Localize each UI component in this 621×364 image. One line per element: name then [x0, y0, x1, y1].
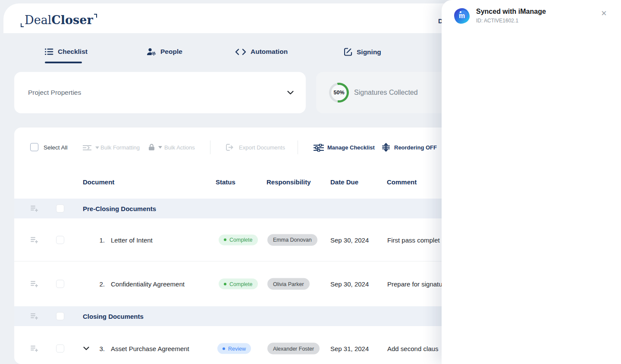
imanage-logo: m: [454, 8, 470, 24]
toolbar-divider: [298, 140, 298, 154]
imanage-sync-panel: m Synced with iManage ID: ACTIVE1602.1 E…: [442, 0, 621, 364]
logo-bracket-left-icon: [21, 23, 24, 27]
section-title: Pre-Closing Documents: [83, 205, 156, 212]
tab-signing-label: Signing: [357, 48, 381, 56]
add-row-icon[interactable]: [31, 236, 38, 243]
reordering-arrows-icon: [382, 143, 390, 152]
expand-chevron-down-icon[interactable]: [83, 347, 89, 351]
status-badge[interactable]: Complete: [219, 279, 258, 289]
status-label: Review: [228, 345, 246, 352]
status-dot-icon: [224, 283, 226, 285]
logo-bracket-right-icon: [94, 14, 97, 18]
project-properties-label: Project Properties: [28, 89, 81, 96]
signatures-collected-card: 50% Signatures Collected: [316, 72, 458, 113]
close-icon[interactable]: ×: [601, 9, 607, 18]
row-number: 2.: [96, 280, 105, 288]
assignee-badge[interactable]: Olivia Parker: [267, 278, 310, 290]
add-row-icon[interactable]: [31, 280, 38, 287]
tab-automation-label: Automation: [251, 48, 288, 56]
column-header-document: Document: [83, 178, 114, 186]
row-checkbox[interactable]: [56, 312, 64, 320]
tab-signing[interactable]: Signing: [344, 48, 381, 56]
date-due-value[interactable]: Sep 31, 2024: [330, 345, 369, 352]
column-header-responsibility: Responsibility: [267, 178, 311, 186]
tab-people[interactable]: People: [147, 48, 182, 56]
status-label: Complete: [229, 237, 253, 243]
row-number: 3.: [96, 345, 105, 352]
comment-value[interactable]: Add second claus: [387, 345, 438, 352]
project-properties-card[interactable]: Project Properties: [14, 72, 306, 113]
row-checkbox[interactable]: [56, 205, 64, 213]
assignee-badge[interactable]: Emma Donovan: [267, 234, 317, 246]
tab-checklist-label: Checklist: [58, 48, 88, 56]
column-header-status: Status: [216, 178, 235, 186]
panel-document-id: ID: ACTIVE1602.1: [476, 18, 518, 24]
status-badge[interactable]: Complete: [219, 234, 258, 245]
manage-checklist-button[interactable]: Manage Checklist: [327, 144, 375, 151]
assignee-badge[interactable]: Alexander Foster: [267, 343, 320, 355]
column-header-date-due: Date Due: [330, 178, 358, 186]
tab-automation[interactable]: Automation: [235, 48, 288, 56]
row-checkbox[interactable]: [56, 280, 64, 288]
row-checkbox[interactable]: [56, 236, 64, 244]
logo-text-closer: Closer: [51, 13, 93, 28]
export-documents-icon: [226, 144, 235, 151]
dealcloser-logo[interactable]: Deal Closer: [21, 13, 97, 28]
date-due-value[interactable]: Sep 30, 2024: [330, 236, 369, 243]
section-title: Closing Documents: [83, 313, 144, 320]
bulk-formatting-button[interactable]: Bulk Formatting: [100, 144, 140, 151]
manage-checklist-sliders-icon: [314, 144, 324, 152]
document-title[interactable]: Asset Purchase Agreement: [111, 345, 189, 352]
toolbar-divider: [210, 140, 210, 154]
panel-title: Synced with iManage: [476, 8, 546, 16]
status-label: Complete: [229, 281, 253, 287]
row-number: 1.: [96, 236, 105, 243]
add-row-icon[interactable]: [31, 345, 38, 352]
date-due-value[interactable]: Sep 30, 2024: [330, 280, 369, 288]
row-checkbox[interactable]: [56, 345, 64, 353]
signatures-collected-label: Signatures Collected: [354, 89, 418, 96]
reordering-toggle-button[interactable]: Reordering OFF: [394, 144, 437, 151]
bulk-formatting-icon: [82, 145, 99, 151]
bulk-actions-lock-icon: [148, 143, 162, 151]
select-all-checkbox[interactable]: [30, 143, 38, 151]
status-dot-icon: [224, 239, 226, 241]
tab-checklist[interactable]: Checklist: [45, 48, 88, 56]
status-dot-icon: [223, 347, 225, 350]
signatures-progress-percent: 50%: [331, 85, 347, 100]
status-badge[interactable]: Review: [217, 343, 251, 354]
export-documents-button[interactable]: Export Documents: [239, 144, 285, 151]
app-screen: Deal Closer De Checklist People Automati…: [0, 0, 621, 364]
tab-checklist-active-underline: [45, 62, 82, 63]
signatures-progress-ring: 50%: [329, 83, 349, 103]
comment-value[interactable]: Prepare for signatu: [387, 280, 442, 288]
add-row-icon[interactable]: [31, 205, 38, 212]
tab-people-label: People: [160, 48, 182, 56]
comment-value[interactable]: First pass complet: [387, 236, 440, 243]
bulk-actions-button[interactable]: Bulk Actions: [164, 144, 195, 151]
select-all-label[interactable]: Select All: [44, 144, 68, 151]
people-gear-icon: [147, 48, 156, 56]
sign-pen-icon: [344, 48, 352, 56]
checklist-list-icon: [45, 48, 53, 55]
code-brackets-icon: [235, 49, 246, 55]
document-title[interactable]: Letter of Intent: [111, 236, 153, 243]
logo-text-deal: Deal: [25, 13, 51, 28]
add-row-icon[interactable]: [31, 313, 38, 320]
document-title[interactable]: Confidentiality Agreement: [111, 280, 185, 288]
column-header-comment: Comment: [387, 178, 417, 186]
chevron-down-icon[interactable]: [287, 91, 294, 95]
